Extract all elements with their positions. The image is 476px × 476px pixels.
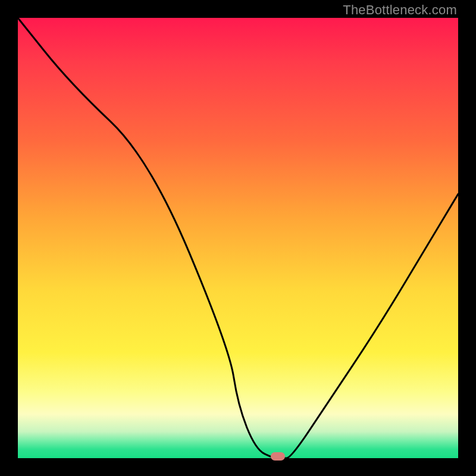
watermark-text: TheBottleneck.com <box>343 2 457 18</box>
optimum-marker <box>271 452 285 461</box>
chart-gradient-background <box>18 18 458 458</box>
chart-frame: TheBottleneck.com <box>0 0 476 476</box>
